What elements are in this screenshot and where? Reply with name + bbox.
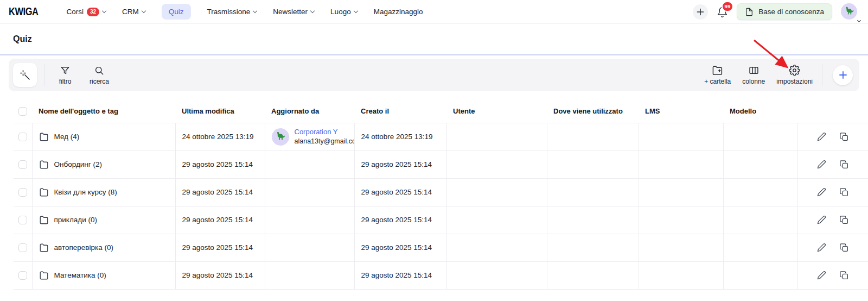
edit-button[interactable] xyxy=(816,186,827,198)
edit-button[interactable] xyxy=(816,269,827,281)
row-actions-cell xyxy=(797,206,868,234)
nav-right-cluster: 99 Base di conoscenza xyxy=(693,3,858,21)
row-updated-by-cell xyxy=(265,234,354,261)
nav-label: Newsletter xyxy=(273,8,308,16)
table-row: Онбординг (2) 29 agosto 2025 15:14 29 ag… xyxy=(14,150,868,178)
column-header-updated-by: Aggiornato da xyxy=(265,100,354,123)
row-modified-cell: 29 agosto 2025 15:14 xyxy=(175,206,265,234)
row-created-cell: 29 agosto 2025 15:14 xyxy=(354,261,446,289)
magic-actions-button[interactable] xyxy=(13,63,37,87)
row-modified-cell: 29 agosto 2025 15:14 xyxy=(175,261,265,289)
nav-label: Luogo xyxy=(330,8,351,16)
row-used-in-cell xyxy=(547,178,639,206)
row-lms-cell xyxy=(639,150,723,178)
account-menu[interactable] xyxy=(841,3,858,21)
row-checkbox[interactable] xyxy=(18,271,27,280)
search-button[interactable]: ricerca xyxy=(86,65,113,85)
knowledge-base-label: Base di conoscenza xyxy=(758,8,824,16)
row-select-cell xyxy=(14,206,32,234)
filter-icon xyxy=(60,65,71,76)
columns-button[interactable]: colonne xyxy=(740,65,767,85)
row-created-cell: 29 agosto 2025 15:14 xyxy=(354,206,446,234)
row-name-cell: автоперевірка (0) xyxy=(32,234,175,261)
duplicate-button[interactable] xyxy=(838,186,850,198)
pencil-icon xyxy=(817,271,826,280)
nav-item-quiz[interactable]: Quiz xyxy=(162,4,191,20)
column-header-modified: Ultima modifica xyxy=(175,100,265,123)
folder-link[interactable]: Мед (4) xyxy=(39,132,169,142)
file-icon xyxy=(745,8,754,16)
select-all-checkbox[interactable] xyxy=(18,107,27,116)
row-user-cell xyxy=(446,150,547,178)
folder-link[interactable]: автоперевірка (0) xyxy=(39,243,169,253)
add-folder-button[interactable]: + cartella xyxy=(702,65,733,85)
pencil-icon xyxy=(817,215,826,224)
notifications-count-badge: 99 xyxy=(722,1,734,12)
copy-icon xyxy=(839,160,849,170)
row-created-cell: 29 agosto 2025 15:14 xyxy=(354,234,446,261)
row-checkbox[interactable] xyxy=(18,243,27,252)
notifications-button[interactable]: 99 xyxy=(717,5,728,18)
pencil-icon xyxy=(817,132,826,141)
nav-item-luogo[interactable]: Luogo xyxy=(330,8,358,16)
plus-icon xyxy=(697,8,704,16)
settings-button[interactable]: impostazioni xyxy=(774,65,815,85)
duplicate-button[interactable] xyxy=(838,131,850,143)
knowledge-base-button[interactable]: Base di conoscenza xyxy=(737,3,832,20)
nav-item-magazzinaggio[interactable]: Magazzinaggio xyxy=(374,8,423,16)
folder-name: Онбординг (2) xyxy=(54,160,102,168)
row-checkbox[interactable] xyxy=(18,188,27,197)
row-user-cell xyxy=(446,234,547,261)
user-name-link[interactable]: Corporation Y xyxy=(295,128,355,136)
created-date: 29 agosto 2025 15:14 xyxy=(361,160,432,168)
folder-link[interactable]: приклади (0) xyxy=(39,215,169,225)
row-updated-by-cell xyxy=(265,206,354,234)
chevron-down-icon xyxy=(142,8,146,12)
row-name-cell: Мед (4) xyxy=(32,123,175,150)
created-date: 24 ottobre 2025 13:19 xyxy=(361,133,433,141)
row-checkbox[interactable] xyxy=(18,216,27,224)
column-header-name: Nome dell'oggetto e tag xyxy=(32,100,175,123)
duplicate-button[interactable] xyxy=(838,242,850,254)
edit-button[interactable] xyxy=(816,242,827,253)
nav-item-corsi[interactable]: Corsi 32 xyxy=(66,8,106,16)
row-model-cell xyxy=(723,206,797,234)
nav-item-crm[interactable]: CRM xyxy=(122,8,145,16)
user-email: alana13ty@gmail.com xyxy=(295,137,355,145)
folder-link[interactable]: Математика (0) xyxy=(39,271,169,280)
row-select-cell xyxy=(14,178,32,206)
row-actions-cell xyxy=(797,234,868,261)
row-checkbox[interactable] xyxy=(18,133,27,141)
row-select-cell xyxy=(14,234,32,261)
duplicate-button[interactable] xyxy=(838,269,850,281)
edit-button[interactable] xyxy=(816,131,827,142)
duplicate-button[interactable] xyxy=(838,159,850,171)
table-row: Квізи для курсу (8) 29 agosto 2025 15:14… xyxy=(14,178,868,206)
folder-name: автоперевірка (0) xyxy=(54,243,113,252)
row-created-cell: 29 agosto 2025 15:14 xyxy=(354,150,446,178)
row-modified-cell: 24 ottobre 2025 13:19 xyxy=(175,123,265,150)
edit-button[interactable] xyxy=(816,159,827,170)
folder-link[interactable]: Квізи для курсу (8) xyxy=(39,187,169,197)
filter-label: filtro xyxy=(59,78,72,85)
quick-add-button[interactable] xyxy=(693,4,708,20)
create-quiz-button[interactable] xyxy=(833,65,853,85)
nav-label: Trasmissione xyxy=(207,8,251,16)
duplicate-button[interactable] xyxy=(838,214,850,226)
filter-button[interactable]: filtro xyxy=(52,65,79,85)
row-select-cell xyxy=(14,150,32,178)
edit-button[interactable] xyxy=(816,214,827,225)
column-header-actions xyxy=(797,100,868,123)
toolbar-divider xyxy=(822,64,822,86)
nav-item-trasmissione[interactable]: Trasmissione xyxy=(207,8,257,16)
folder-link[interactable]: Онбординг (2) xyxy=(39,160,169,170)
row-select-cell xyxy=(14,123,32,150)
nav-label: Corsi xyxy=(66,8,84,16)
row-used-in-cell xyxy=(547,261,639,289)
nav-item-newsletter[interactable]: Newsletter xyxy=(273,8,314,16)
main-nav: Corsi 32 CRM Quiz Trasmissione Newslette… xyxy=(66,4,423,20)
row-checkbox[interactable] xyxy=(18,160,27,169)
modified-date: 29 agosto 2025 15:14 xyxy=(182,188,253,196)
user-avatar xyxy=(272,128,289,146)
folder-icon xyxy=(39,132,49,142)
